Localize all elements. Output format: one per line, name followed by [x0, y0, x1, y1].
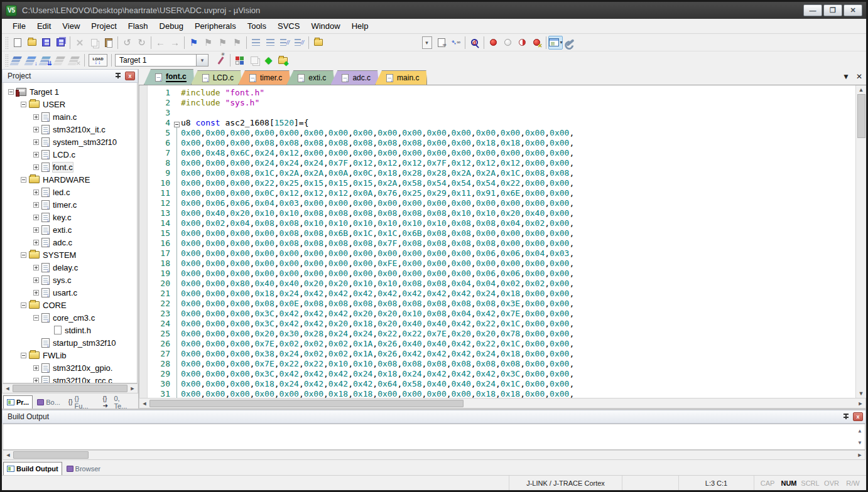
tree-item-fwlib[interactable]: FWLib [3, 349, 137, 361]
bookmark-prev-button[interactable]: ⚑ [201, 36, 215, 50]
tree-item-delay-c[interactable]: delay.c [3, 261, 137, 274]
breakpoint-margin[interactable] [139, 85, 148, 398]
breakpoint-insert-button[interactable] [486, 36, 501, 50]
scroll-left-icon[interactable]: ◄ [3, 384, 13, 393]
menu-edit[interactable]: Edit [31, 19, 57, 33]
collapse-icon[interactable] [33, 315, 39, 321]
project-panel-close-icon[interactable]: x [125, 72, 135, 80]
expand-icon[interactable] [33, 190, 39, 195]
scroll-left-icon[interactable]: ◄ [139, 399, 149, 408]
breakpoint-enable-button[interactable] [501, 36, 515, 50]
scroll-thumb[interactable] [13, 451, 89, 459]
scroll-thumb[interactable] [857, 94, 865, 138]
panel-tab-te[interactable]: {}➜0, Te... [99, 395, 138, 409]
new-file-button[interactable] [10, 36, 24, 50]
expand-icon[interactable] [33, 164, 39, 170]
close-button[interactable]: ✕ [844, 4, 862, 16]
scroll-down-icon[interactable]: ▼ [856, 389, 866, 398]
editor-tab-font.c[interactable]: font.c [144, 69, 195, 85]
expand-icon[interactable] [33, 365, 39, 371]
tree-item-stm32f10x-rcc-c[interactable]: stm32f10x_rcc.c [3, 374, 137, 383]
menu-window[interactable]: Window [305, 19, 345, 33]
project-tree-hscrollbar[interactable]: ◄ ► [2, 383, 138, 393]
redo-button[interactable]: ↻ [134, 36, 149, 50]
tab-list-dropdown-icon[interactable]: ▼ [842, 72, 850, 81]
menu-tools[interactable]: Tools [242, 19, 272, 33]
code-editor[interactable]: 1234567891011121314151617181920212223242… [139, 85, 855, 398]
menu-file[interactable]: File [7, 19, 31, 33]
pin-icon[interactable] [842, 412, 850, 421]
nav-back-button[interactable]: ← [153, 36, 168, 50]
stop-build-button[interactable]: ✕ [68, 53, 82, 67]
tree-item-sys-c[interactable]: sys.c [3, 274, 137, 286]
collapse-icon[interactable] [8, 89, 14, 95]
build-output-close-icon[interactable]: x [853, 412, 863, 421]
nav-forward-button[interactable]: → [168, 36, 182, 50]
tree-item-adc-c[interactable]: adc.c [3, 236, 137, 249]
search-combo-button[interactable]: ▾ [420, 36, 434, 50]
scroll-thumb[interactable] [13, 385, 127, 392]
tree-item-usart-c[interactable]: usart.c [3, 286, 137, 299]
menu-project[interactable]: Project [85, 19, 122, 33]
translate-button[interactable] [10, 53, 24, 67]
editor-tab-main.c[interactable]: main.c [375, 70, 427, 85]
save-all-button[interactable] [53, 36, 68, 50]
tree-item-timer-c[interactable]: timer.c [3, 198, 137, 211]
find-in-files-folder-button[interactable] [311, 36, 325, 50]
scroll-down-icon[interactable]: ▼ [859, 437, 862, 448]
tree-item-font-c[interactable]: font.c [3, 161, 137, 173]
scroll-up-icon[interactable]: ▲ [859, 425, 862, 436]
tree-item-exti-c[interactable]: exti.c [3, 223, 137, 236]
expand-icon[interactable] [33, 290, 39, 296]
target-selector-dropdown-icon[interactable]: ▾ [197, 54, 209, 67]
expand-icon[interactable] [33, 277, 39, 283]
expand-icon[interactable] [33, 240, 39, 245]
menu-debug[interactable]: Debug [154, 19, 189, 33]
editor-hscrollbar[interactable]: ◄ ► [139, 398, 866, 409]
collapse-icon[interactable] [21, 252, 26, 258]
tree-item-led-c[interactable]: led.c [3, 186, 137, 198]
tree-item-user[interactable]: USER [3, 98, 137, 110]
expand-icon[interactable] [33, 127, 39, 132]
manage-components-button[interactable] [247, 53, 261, 67]
menu-peripherals[interactable]: Peripherals [189, 19, 242, 33]
pin-icon[interactable] [114, 72, 122, 80]
bookmark-toggle-button[interactable]: ⚑ [187, 36, 201, 50]
expand-icon[interactable] [33, 139, 39, 145]
tree-item-startup-stm32f10[interactable]: startup_stm32f10 [3, 336, 137, 349]
tree-item-core-cm3-c[interactable]: core_cm3.c [3, 311, 137, 324]
code-text[interactable]: #include "font.h"#include "sys.h" u8 con… [181, 85, 855, 398]
rebuild-button[interactable]: ⇊ [39, 53, 53, 67]
tree-item-key-c[interactable]: key.c [3, 211, 137, 223]
tab-close-icon[interactable]: ✕ [856, 72, 862, 81]
tree-item-system[interactable]: SYSTEM [3, 249, 137, 261]
find-in-files-button[interactable]: ∞ [434, 36, 448, 50]
tree-item-lcd-c[interactable]: LCD.c [3, 148, 137, 161]
tree-item-target-1[interactable]: Target 1 [3, 85, 137, 98]
comment-button[interactable]: // [278, 36, 292, 50]
undo-button[interactable]: ↺ [120, 36, 134, 50]
scroll-thumb[interactable] [149, 400, 464, 407]
menu-help[interactable]: Help [346, 19, 374, 33]
expand-icon[interactable] [33, 227, 39, 233]
manage-project-items-button[interactable]: ◆ [276, 53, 290, 67]
collapse-icon[interactable] [21, 302, 26, 308]
download-button[interactable]: LOAD↓↓ [87, 53, 109, 67]
breakpoint-kill-all-button[interactable]: ✕ [529, 36, 544, 50]
collapse-icon[interactable] [21, 177, 26, 183]
expand-icon[interactable] [33, 265, 39, 270]
configure-wrench-button[interactable] [563, 36, 577, 50]
open-folder-button[interactable] [24, 36, 39, 50]
indent-button[interactable] [249, 36, 263, 50]
expand-icon[interactable] [33, 152, 39, 158]
editor-tab-adc.c[interactable]: adc.c [330, 70, 379, 85]
expand-icon[interactable] [33, 215, 39, 220]
tree-item-core[interactable]: CORE [3, 299, 137, 311]
project-window-button[interactable]: ▾ [548, 36, 563, 50]
breakpoint-disable-button[interactable] [515, 36, 529, 50]
scroll-right-icon[interactable]: ► [127, 384, 138, 393]
panel-tab-fu[interactable]: {}{} Fu... [65, 395, 99, 409]
target-selector[interactable]: Target 1 [115, 54, 197, 67]
title-bar[interactable]: V5 C:\Users\LENOVO\Desktop\heartrate\USE… [2, 2, 866, 19]
panel-tab-browser[interactable]: Browser [63, 462, 104, 475]
